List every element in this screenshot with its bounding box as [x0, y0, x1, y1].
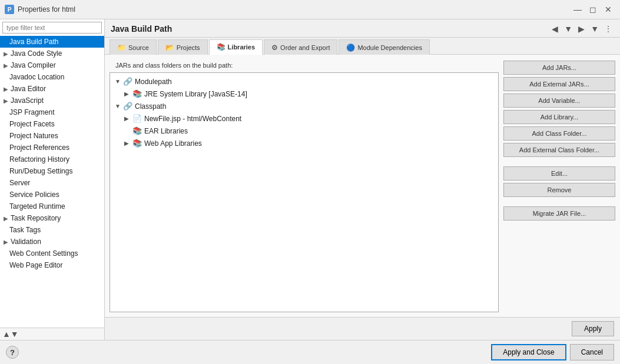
tree-label: JARs and class folders on the build path… — [110, 59, 499, 72]
expand-arrow-icon: ▶ — [4, 215, 8, 222]
apply-button[interactable]: Apply — [572, 321, 614, 336]
tree-item-label: JRE System Library [JavaSE-14] — [144, 90, 247, 98]
sidebar-item-javadoc-location[interactable]: Javadoc Location — [0, 71, 104, 83]
sidebar-item-task-repository[interactable]: ▶Task Repository — [0, 212, 104, 224]
sidebar-item-label: Task Repository — [11, 214, 61, 222]
cancel-button[interactable]: Cancel — [570, 344, 614, 360]
help-button[interactable]: ? — [6, 346, 19, 359]
tree-item-classpath[interactable]: ▼🔗Classpath — [110, 100, 498, 112]
dialog-body: Java Build Path▶Java Code Style▶Java Com… — [0, 19, 620, 340]
sidebar-item-java-editor[interactable]: ▶Java Editor — [0, 83, 104, 95]
sidebar-item-web-content-settings[interactable]: Web Content Settings — [0, 248, 104, 259]
sidebar-item-label: Web Content Settings — [9, 249, 78, 258]
maximize-button[interactable]: ◻ — [586, 4, 600, 15]
footer-buttons: Apply and Close Cancel — [491, 344, 614, 360]
add-jars-button[interactable]: Add JARs... — [503, 61, 615, 75]
expand-arrow-icon: ▶ — [4, 239, 8, 245]
forward-dropdown-button[interactable]: ▼ — [588, 23, 601, 35]
tree-item-newfile-jsp[interactable]: ▶📄NewFile.jsp - html/WebContent — [110, 112, 498, 125]
filter-input[interactable] — [2, 22, 102, 34]
expand-arrow-icon: ▶ — [4, 62, 8, 69]
footer: ? Apply and Close Cancel — [0, 340, 620, 364]
sidebar-item-label: Targeted Runtime — [9, 202, 65, 211]
sidebar-item-targeted-runtime[interactable]: Targeted Runtime — [0, 201, 104, 212]
sidebar-item-web-page-editor[interactable]: Web Page Editor — [0, 259, 104, 271]
remove-button[interactable]: Remove — [503, 183, 615, 197]
tab-order-export[interactable]: ⚙Order and Export — [264, 39, 337, 55]
sidebar-item-run-debug-settings[interactable]: Run/Debug Settings — [0, 165, 104, 177]
tree-item-label: Web App Libraries — [144, 139, 202, 148]
tab-source[interactable]: 📁Source — [110, 39, 157, 55]
sidebar: Java Build Path▶Java Code Style▶Java Com… — [0, 19, 105, 340]
sidebar-item-validation[interactable]: ▶Validation — [0, 236, 104, 248]
sidebar-item-label: JavaScript — [11, 96, 44, 105]
sidebar-item-project-natures[interactable]: Project Natures — [0, 130, 104, 142]
sidebar-item-label: JSP Fragment — [9, 108, 54, 116]
sidebar-item-project-facets[interactable]: Project Facets — [0, 118, 104, 130]
projects-tab-icon: 📂 — [165, 44, 174, 52]
tree-item-web-app-libraries[interactable]: ▶📚Web App Libraries — [110, 137, 498, 149]
navigation-arrows: ◀ ▼ ▶ ▼ ⋮ — [549, 23, 614, 35]
tree-node-icon: 🔗 — [123, 77, 132, 86]
sidebar-list: Java Build Path▶Java Code Style▶Java Com… — [0, 36, 104, 328]
sidebar-item-java-code-style[interactable]: ▶Java Code Style — [0, 48, 104, 59]
right-header: Java Build Path ◀ ▼ ▶ ▼ ⋮ — [105, 19, 620, 38]
sidebar-item-javascript[interactable]: ▶JavaScript — [0, 95, 104, 106]
tree-arrow-icon: ▶ — [124, 140, 131, 146]
migrate-jar-file-button[interactable]: Migrate JAR File... — [503, 206, 615, 221]
tree-item-label: Classpath — [135, 102, 166, 111]
button-panel: Add JARs...Add External JARs...Add Varia… — [503, 59, 615, 312]
sidebar-item-service-policies[interactable]: Service Policies — [0, 189, 104, 201]
add-variable-button[interactable]: Add Variable... — [503, 93, 615, 108]
module-dependencies-tab-label: Module Dependencies — [357, 44, 422, 51]
order-export-tab-label: Order and Export — [280, 44, 330, 51]
tree-panel[interactable]: ▼🔗Modulepath▶📚JRE System Library [JavaSE… — [110, 72, 499, 312]
tree-item-label: Modulepath — [135, 78, 172, 86]
view-menu-button[interactable]: ⋮ — [602, 24, 614, 34]
add-class-folder-button[interactable]: Add Class Folder... — [503, 126, 615, 141]
sidebar-item-label: Java Editor — [11, 85, 46, 93]
add-external-jars-button[interactable]: Add External JARs... — [503, 77, 615, 91]
add-external-class-folder-button[interactable]: Add External Class Folder... — [503, 143, 615, 157]
tree-item-modulepath[interactable]: ▼🔗Modulepath — [110, 75, 498, 88]
sidebar-scroll-controls: ▲ ▼ — [0, 328, 104, 340]
expand-arrow-icon: ▶ — [4, 51, 8, 57]
edit-button[interactable]: Edit... — [503, 166, 615, 181]
scroll-up-button[interactable]: ▲ — [2, 329, 11, 339]
tree-item-ear-libraries[interactable]: 📚EAR Libraries — [110, 125, 498, 137]
sidebar-item-label: Java Code Style — [11, 49, 62, 58]
source-tab-icon: 📁 — [117, 44, 126, 52]
tab-libraries[interactable]: 📚Libraries — [209, 39, 263, 55]
window-controls: — ◻ ✕ — [571, 4, 615, 15]
sidebar-item-label: Server — [9, 179, 30, 187]
tree-arrow-icon: ▶ — [124, 115, 131, 122]
sidebar-item-java-compiler[interactable]: ▶Java Compiler — [0, 59, 104, 71]
tree-item-label: EAR Libraries — [144, 127, 188, 135]
libraries-tab-label: Libraries — [228, 44, 255, 51]
forward-button[interactable]: ▶ — [576, 23, 587, 35]
back-dropdown-button[interactable]: ▼ — [562, 23, 575, 35]
sidebar-item-label: Java Build Path — [9, 38, 58, 46]
content-area: JARs and class folders on the build path… — [105, 55, 620, 317]
sidebar-item-jsp-fragment[interactable]: JSP Fragment — [0, 106, 104, 118]
sidebar-item-label: Javadoc Location — [9, 73, 64, 81]
scroll-down-button[interactable]: ▼ — [11, 329, 19, 339]
tree-item-jre-system-library[interactable]: ▶📚JRE System Library [JavaSE-14] — [110, 88, 498, 100]
sidebar-item-refactoring-history[interactable]: Refactoring History — [0, 153, 104, 165]
minimize-button[interactable]: — — [571, 4, 585, 15]
sidebar-item-java-build-path[interactable]: Java Build Path — [0, 36, 104, 48]
apply-close-button[interactable]: Apply and Close — [491, 344, 566, 360]
back-button[interactable]: ◀ — [549, 23, 561, 35]
button-spacer — [503, 159, 615, 164]
add-library-button[interactable]: Add Library... — [503, 110, 615, 124]
sidebar-item-server[interactable]: Server — [0, 177, 104, 189]
close-button[interactable]: ✕ — [601, 4, 615, 15]
sidebar-item-project-references[interactable]: Project References — [0, 142, 104, 153]
tree-node-icon: 📄 — [132, 114, 142, 123]
tab-projects[interactable]: 📂Projects — [158, 39, 208, 55]
tab-module-dependencies[interactable]: 🔵Module Dependencies — [339, 39, 429, 55]
source-tab-label: Source — [128, 44, 149, 51]
right-panel: Java Build Path ◀ ▼ ▶ ▼ ⋮ 📁Source📂Projec… — [105, 19, 620, 340]
sidebar-item-task-tags[interactable]: Task Tags — [0, 224, 104, 236]
tree-arrow-icon: ▼ — [115, 103, 122, 109]
